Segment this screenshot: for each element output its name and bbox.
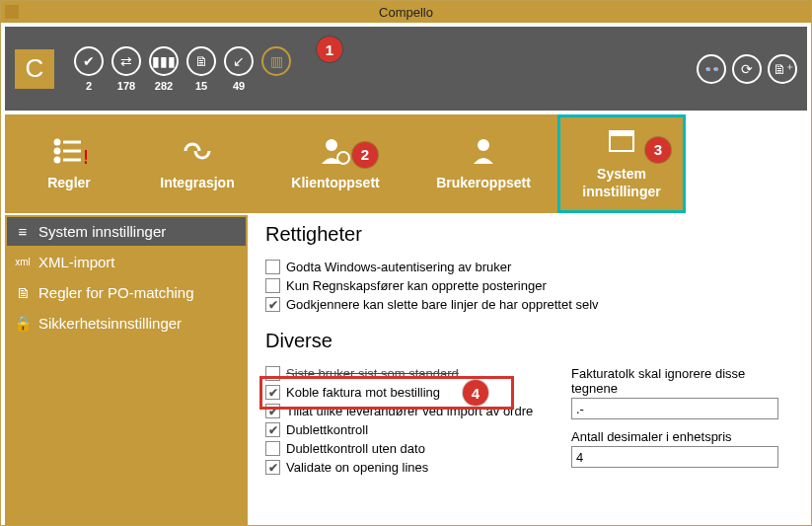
counter-books[interactable]: ▮▮▮ 282 — [149, 46, 179, 92]
callout-4: 4 — [463, 380, 488, 406]
callout-1: 1 — [317, 37, 342, 62]
svg-point-0 — [55, 140, 59, 144]
checkbox[interactable] — [265, 278, 280, 293]
checkbox[interactable] — [265, 404, 280, 418]
svg-point-7 — [326, 139, 337, 151]
counter-bars[interactable]: ▥ — [261, 46, 291, 92]
lock-icon: 🔒 — [15, 316, 31, 332]
check-row[interactable]: Dublettkontroll — [265, 422, 542, 437]
doc-icon: 🗎 — [15, 285, 31, 301]
svg-rect-11 — [610, 131, 633, 136]
counter-swap[interactable]: ⇄ 178 — [111, 46, 141, 92]
titlebar: Compello — [1, 1, 811, 23]
books-icon: ▮▮▮ — [149, 46, 179, 76]
check-row[interactable]: Godkjennere kan slette bare linjer de ha… — [265, 297, 789, 312]
callout-3: 3 — [645, 137, 671, 163]
check-row[interactable]: Kun Regnskapsfører kan opprette posterin… — [265, 278, 789, 293]
check-icon: ✔ — [74, 46, 104, 76]
toolbar-right: 👓 ⟳ 🗎⁺ — [697, 54, 797, 84]
counter-check[interactable]: ✔ 2 — [74, 46, 104, 92]
diverse-left: Siste bruker sist som standard Koble fak… — [265, 366, 542, 479]
check-row-koble[interactable]: Koble faktura mot bestilling — [265, 385, 542, 400]
client-icon — [318, 136, 353, 166]
main: ≡ System innstillinger xml XML-import 🗎 … — [5, 215, 807, 526]
checkbox[interactable] — [265, 441, 280, 456]
tab-regler[interactable]: ! Regler — [5, 114, 133, 213]
new-doc-icon[interactable]: 🗎⁺ — [768, 54, 797, 84]
heading-rettigheter: Rettigheter — [265, 223, 789, 246]
svg-point-9 — [478, 139, 489, 151]
page-icon: 🗎 — [186, 46, 216, 76]
link-icon — [180, 136, 215, 166]
tab-klientoppsett[interactable]: Klientoppsett 2 — [261, 114, 409, 213]
sidebar: ≡ System innstillinger xml XML-import 🗎 … — [5, 215, 248, 526]
sidebar-item-po[interactable]: 🗎 Regler for PO-matching — [7, 278, 246, 307]
bars-icon: ▥ — [261, 46, 291, 76]
toolbar-counters: ✔ 2 ⇄ 178 ▮▮▮ 282 🗎 15 ↙ 49 ▥ — [74, 46, 291, 92]
content: Rettigheter Godta Windows-autentisering … — [248, 215, 807, 526]
input-fakturatolk[interactable] — [571, 398, 778, 419]
check-row[interactable]: Validate on opening lines — [265, 460, 542, 475]
svg-point-2 — [55, 149, 59, 153]
counter-page[interactable]: 🗎 15 — [186, 46, 216, 92]
binoculars-icon[interactable]: 👓 — [697, 54, 726, 84]
tab-system-innstillinger[interactable]: System innstillinger 3 — [557, 114, 686, 213]
field-label-desimaler: Antall desimaler i enhetspris — [571, 429, 789, 444]
svg-text:!: ! — [83, 146, 87, 166]
sidebar-item-xml[interactable]: xml XML-import — [7, 248, 246, 276]
sidebar-item-security[interactable]: 🔒 Sikkerhetsinnstillinger — [7, 309, 246, 338]
tab-brukeroppsett[interactable]: Brukeroppsett — [409, 114, 557, 213]
window-icon — [604, 127, 639, 157]
sidebar-item-system[interactable]: ≡ System innstillinger — [7, 217, 246, 246]
field-label-tolk: Fakturatolk skal ignorere disse tegnene — [571, 366, 789, 396]
check-row[interactable]: Tillat ulike leverandører ved import av … — [265, 404, 542, 418]
check-row[interactable]: Godta Windows-autentisering av bruker — [265, 260, 789, 274]
user-icon — [466, 136, 501, 166]
check-row[interactable]: Siste bruker sist som standard — [265, 366, 542, 381]
rules-icon: ! — [51, 136, 87, 166]
checkbox[interactable] — [265, 297, 280, 312]
counter-arrow[interactable]: ↙ 49 — [224, 46, 254, 92]
app-logo: C — [15, 49, 54, 89]
xml-icon: xml — [15, 255, 31, 270]
list-icon: ≡ — [15, 224, 31, 240]
app-title: Compello — [379, 5, 433, 20]
checkbox[interactable] — [265, 366, 280, 381]
app-icon — [5, 5, 19, 19]
input-desimaler[interactable] — [571, 446, 778, 468]
swap-icon: ⇄ — [111, 46, 141, 76]
svg-point-4 — [55, 158, 59, 162]
callout-2: 2 — [352, 142, 378, 168]
heading-diverse: Diverse — [265, 330, 789, 352]
arrow-icon: ↙ — [224, 46, 254, 76]
refresh-icon[interactable]: ⟳ — [732, 54, 762, 84]
diverse-right: Fakturatolk skal ignorere disse tegnene … — [571, 366, 789, 479]
checkbox[interactable] — [265, 260, 280, 274]
checkbox[interactable] — [265, 385, 280, 400]
tab-integrasjon[interactable]: Integrasjon — [133, 114, 261, 213]
nav-tabs: ! Regler Integrasjon Klientoppsett 2 Bru… — [5, 114, 807, 213]
toolbar: C ✔ 2 ⇄ 178 ▮▮▮ 282 🗎 15 ↙ 49 ▥ 👓 ⟳ 🗎⁺ 1 — [5, 27, 807, 111]
check-row[interactable]: Dublettkontroll uten dato — [265, 441, 542, 456]
checkbox[interactable] — [265, 460, 280, 475]
svg-point-8 — [337, 152, 349, 164]
checkbox[interactable] — [265, 422, 280, 437]
